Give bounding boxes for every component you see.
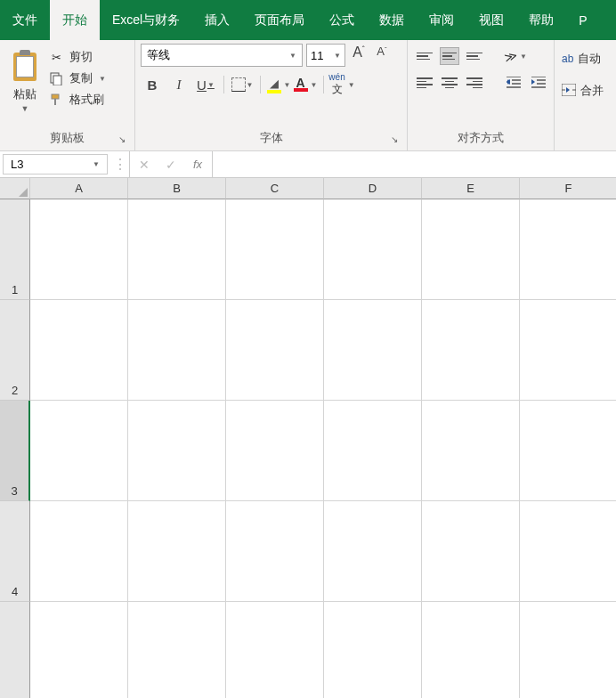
align-top-button[interactable] [415, 47, 434, 65]
fx-separator: ⋮ [110, 151, 130, 177]
formula-input[interactable] [213, 151, 616, 177]
tab-data[interactable]: 数据 [367, 0, 417, 40]
tab-help[interactable]: 帮助 [516, 0, 566, 40]
separator [323, 76, 324, 93]
tab-review[interactable]: 审阅 [417, 0, 466, 40]
tab-home[interactable]: 开始 [50, 0, 100, 40]
chevron-down-icon: ▼ [334, 52, 341, 60]
svg-rect-1 [53, 76, 61, 85]
bucket-icon: ◢ [270, 77, 279, 90]
bold-button[interactable]: B [141, 74, 164, 95]
enter-formula-button[interactable]: ✓ [162, 158, 180, 172]
column-header[interactable]: E [422, 178, 520, 199]
column-header[interactable]: F [520, 178, 616, 199]
align-center-button[interactable] [440, 74, 459, 92]
scissors-icon: ✂ [48, 49, 64, 65]
tab-excel-finance[interactable]: Excel与财务 [100, 0, 192, 40]
clipboard-dialog-launcher[interactable]: ↘ [118, 134, 131, 147]
italic-button[interactable]: I [167, 74, 190, 95]
row-header[interactable]: 3 [0, 401, 30, 501]
wrap-text-button[interactable]: ab 自动 [558, 47, 604, 70]
tab-file[interactable]: 文件 [0, 0, 50, 40]
chevron-down-icon: ▼ [284, 81, 291, 89]
merge-label: 合并 [580, 83, 604, 99]
wrap-label: 自动 [578, 51, 601, 67]
orientation-icon: ≫ [502, 47, 519, 64]
row-header[interactable]: 4 [0, 501, 30, 602]
font-name-select[interactable]: 等线 ▼ [141, 44, 303, 67]
group-font: 等线 ▼ 11 ▼ Aˆ Aˇ B I U▼ [135, 40, 408, 150]
column-header[interactable]: C [226, 178, 324, 199]
merge-cells-button[interactable]: 合并 [558, 79, 607, 102]
font-group-label: 字体 [135, 127, 407, 150]
chevron-down-icon: ▼ [207, 81, 215, 89]
font-color-button[interactable]: A ▼ [294, 74, 317, 95]
chevron-down-icon: ▼ [93, 160, 100, 168]
svg-rect-3 [54, 99, 56, 105]
border-icon [231, 77, 246, 92]
fill-color-button[interactable]: ◢ ▼ [267, 74, 290, 95]
font-color-swatch [294, 88, 308, 92]
insert-function-button[interactable]: fx [189, 158, 207, 171]
increase-indent-button[interactable] [529, 74, 548, 92]
formula-bar: L3 ▼ ⋮ ✕ ✓ fx [0, 151, 616, 178]
tab-view[interactable]: 视图 [466, 0, 516, 40]
underline-button[interactable]: U▼ [194, 74, 217, 95]
font-size-select[interactable]: 11 ▼ [306, 44, 345, 67]
font-dialog-launcher[interactable]: ↘ [391, 134, 403, 147]
decrease-indent-button[interactable] [504, 74, 523, 92]
chevron-down-icon: ▼ [348, 81, 355, 89]
column-headers: A B C D E F [30, 178, 616, 199]
tab-insert[interactable]: 插入 [192, 0, 242, 40]
column-header[interactable]: D [324, 178, 422, 199]
chevron-down-icon: ▼ [247, 81, 254, 89]
cut-button[interactable]: ✂ 剪切 [48, 49, 106, 65]
column-header[interactable]: B [128, 178, 226, 199]
tab-formula[interactable]: 公式 [317, 0, 367, 40]
align-left-button[interactable] [415, 74, 434, 92]
tab-p-partial[interactable]: P [566, 0, 599, 40]
wen-pinyin: wén [328, 72, 344, 82]
cancel-formula-button[interactable]: ✕ [135, 158, 153, 172]
phonetic-guide-button[interactable]: wén 文 ▼ [330, 74, 353, 95]
font-name-value: 等线 [147, 47, 170, 63]
separator [260, 76, 261, 93]
chevron-down-icon: ▼ [520, 53, 527, 61]
name-box-value: L3 [11, 158, 23, 171]
copy-dropdown-icon[interactable]: ▼ [99, 75, 106, 83]
copy-button[interactable]: 复制 ▼ [48, 70, 106, 86]
align-bottom-button[interactable] [465, 47, 484, 65]
borders-button[interactable]: ▼ [231, 74, 254, 95]
group-alignment: ≫ ▼ [408, 40, 555, 150]
svg-marker-5 [531, 79, 535, 85]
align-right-button[interactable] [465, 74, 484, 92]
orientation-button[interactable]: ≫ ▼ [504, 49, 527, 63]
column-header[interactable]: A [30, 178, 128, 199]
row-header[interactable]: 2 [0, 300, 30, 401]
chevron-down-icon: ▼ [311, 81, 318, 89]
font-color-a-icon: A [296, 77, 304, 88]
font-size-value: 11 [311, 49, 323, 62]
paste-button[interactable]: 粘贴 ▼ [5, 44, 45, 115]
paste-dropdown-icon[interactable]: ▼ [21, 104, 29, 113]
increase-font-button[interactable]: Aˆ [349, 45, 369, 66]
format-painter-button[interactable]: 格式刷 [48, 92, 106, 108]
tab-page-layout[interactable]: 页面布局 [242, 0, 317, 40]
row-header[interactable] [0, 602, 30, 698]
menu-bar: 文件 开始 Excel与财务 插入 页面布局 公式 数据 审阅 视图 帮助 P [0, 0, 616, 40]
svg-marker-9 [566, 87, 570, 93]
fill-color-swatch [267, 90, 281, 93]
decrease-font-button[interactable]: Aˇ [372, 45, 392, 66]
separator [223, 76, 224, 93]
copy-label: 复制 [69, 70, 93, 86]
chevron-down-icon: ▼ [289, 52, 296, 60]
ribbon: 粘贴 ▼ ✂ 剪切 复制 ▼ [0, 40, 616, 151]
align-middle-button[interactable] [440, 47, 459, 65]
select-all-corner[interactable] [0, 178, 30, 199]
group-wrap-merge: ab 自动 合并 [555, 40, 616, 150]
row-header[interactable]: 1 [0, 199, 30, 300]
cells-area[interactable] [30, 199, 616, 698]
group-clipboard: 粘贴 ▼ ✂ 剪切 复制 ▼ [0, 40, 135, 150]
alignment-group-label: 对齐方式 [408, 127, 554, 150]
name-box[interactable]: L3 ▼ [3, 154, 108, 174]
